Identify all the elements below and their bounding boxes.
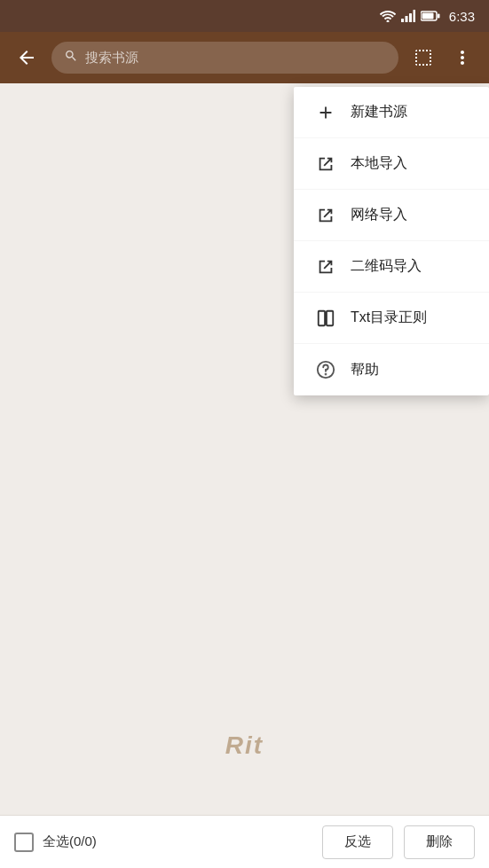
menu-label-help: 帮助 [351, 361, 379, 379]
battery-icon [421, 11, 440, 21]
svg-rect-1 [405, 16, 407, 22]
search-icon [64, 49, 78, 66]
menu-item-help[interactable]: 帮助 [294, 344, 489, 395]
bottom-bar: 全选(0/0) 反选 删除 [0, 815, 489, 868]
back-button[interactable] [9, 40, 44, 75]
dropdown-menu: 新建书源 本地导入 网络导入 [294, 87, 489, 395]
main-content: 新建书源 本地导入 网络导入 [0, 83, 489, 815]
more-options-button[interactable] [445, 40, 480, 75]
svg-rect-2 [409, 13, 412, 22]
select-all-checkbox[interactable] [14, 833, 34, 852]
svg-rect-5 [422, 13, 433, 20]
svg-rect-7 [319, 310, 325, 325]
status-icons: 6:33 [380, 9, 475, 24]
help-icon [315, 360, 336, 379]
menu-item-local-import[interactable]: 本地导入 [294, 138, 489, 190]
status-bar: 6:33 [0, 0, 489, 32]
select-all-area[interactable]: 全选(0/0) [14, 833, 312, 852]
local-import-icon [315, 154, 336, 174]
menu-item-new-source[interactable]: 新建书源 [294, 87, 489, 138]
menu-item-network-import[interactable]: 网络导入 [294, 190, 489, 241]
select-all-label: 全选(0/0) [43, 833, 97, 850]
menu-item-txt-rule[interactable]: Txt目录正则 [294, 293, 489, 344]
svg-rect-8 [327, 310, 333, 325]
qrcode-import-icon [315, 257, 336, 277]
wifi-icon [380, 10, 396, 22]
search-placeholder: 搜索书源 [85, 50, 138, 66]
search-bar[interactable]: 搜索书源 [51, 42, 398, 74]
svg-rect-6 [438, 14, 440, 19]
menu-label-network-import: 网络导入 [351, 206, 407, 224]
toolbar: 搜索书源 [0, 32, 489, 83]
invert-button[interactable]: 反选 [322, 825, 393, 859]
svg-rect-0 [401, 19, 404, 22]
toolbar-actions [406, 40, 480, 75]
menu-label-txt-rule: Txt目录正则 [351, 309, 427, 327]
menu-item-qrcode-import[interactable]: 二维码导入 [294, 241, 489, 293]
menu-label-new-source: 新建书源 [351, 103, 407, 121]
svg-rect-3 [413, 10, 415, 22]
rit-logo: Rit [225, 731, 264, 760]
book-icon [315, 309, 336, 328]
plus-icon [315, 103, 336, 122]
status-time: 6:33 [449, 9, 475, 24]
menu-label-local-import: 本地导入 [351, 154, 407, 173]
signal-icon [401, 10, 415, 22]
network-import-icon [315, 206, 336, 225]
menu-label-qrcode-import: 二维码导入 [351, 257, 422, 276]
grid-view-button[interactable] [406, 40, 441, 75]
delete-button[interactable]: 删除 [404, 825, 475, 859]
svg-point-10 [326, 374, 327, 375]
